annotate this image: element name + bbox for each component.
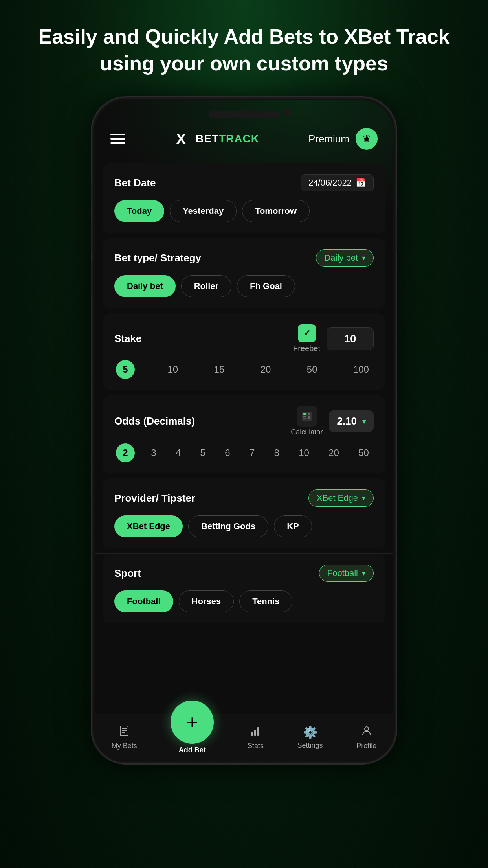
calculator-label: Calculator [291,428,323,436]
odds-dropdown[interactable]: 2.10 ▾ [329,410,374,432]
odds-6[interactable]: 6 [222,444,233,462]
tomorrow-button[interactable]: Tomorrow [242,200,310,222]
football-button[interactable]: Football [114,590,173,612]
svg-rect-5 [305,416,306,417]
svg-rect-3 [308,413,310,415]
stake-10[interactable]: 10 [164,361,181,378]
premium-label: Premium [308,133,349,145]
bet-type-value: Daily bet [324,253,358,263]
chevron-down-icon-4: ▾ [362,569,365,577]
provider-dropdown[interactable]: XBet Edge ▾ [308,489,374,507]
stake-50[interactable]: 50 [304,361,321,378]
odds-3[interactable]: 3 [148,444,159,462]
main-scroll[interactable]: Bet Date 24/06/2022 📅 Today Yesterday To… [95,163,393,714]
chevron-down-icon: ▾ [362,254,365,262]
stake-quick-row: 5 10 15 20 50 100 [114,360,374,379]
bet-date-section: Bet Date 24/06/2022 📅 Today Yesterday To… [103,163,385,233]
freebet-checkbox[interactable]: ✓ [298,324,316,342]
calendar-icon: 📅 [356,178,366,188]
phone-shell: X BET TRACK Premium ♛ Bet Date 24/06/202… [91,96,397,765]
yesterday-button[interactable]: Yesterday [170,200,237,222]
stake-5[interactable]: 5 [116,360,135,379]
date-button-row: Today Yesterday Tomorrow [114,200,374,222]
odds-50[interactable]: 50 [355,444,372,462]
odds-8[interactable]: 8 [271,444,283,462]
bet-date-label: Bet Date [114,177,156,189]
horses-button[interactable]: Horses [179,590,234,612]
phone-screen: X BET TRACK Premium ♛ Bet Date 24/06/202… [95,100,393,761]
odds-value: 2.10 [337,415,357,427]
today-button[interactable]: Today [114,200,164,222]
settings-icon: ⚙️ [303,725,317,739]
nav-my-bets[interactable]: My Bets [112,725,137,750]
kp-button[interactable]: KP [274,515,312,537]
xbet-edge-button[interactable]: XBet Edge [114,515,183,537]
header-text: Easily and Quickly Add Bets to XBet Trac… [0,0,488,96]
svg-rect-14 [251,732,253,736]
sport-dropdown[interactable]: Football ▾ [319,565,374,582]
sport-button-row: Football Horses Tennis [114,590,374,612]
fh-goal-button[interactable]: Fh Goal [237,275,295,297]
svg-rect-8 [305,418,306,419]
crown-button[interactable]: ♛ [356,128,378,150]
calculator-area: Calculator [291,406,323,436]
top-bar: X BET TRACK Premium ♛ [95,100,393,158]
stats-label: Stats [248,742,264,750]
bet-type-label: Bet type/ Strategy [114,252,201,264]
odds-2[interactable]: 2 [116,443,135,462]
stake-20[interactable]: 20 [257,361,274,378]
odds-7[interactable]: 7 [246,444,258,462]
betting-gods-button[interactable]: Betting Gods [188,515,268,537]
odds-5[interactable]: 5 [197,444,209,462]
nav-add-bet: + Add Bet [171,720,214,754]
my-bets-icon [118,725,130,739]
odds-quick-row: 2 3 4 5 6 7 8 10 20 50 [114,443,374,462]
odds-label: Odds (Decimals) [114,415,195,427]
provider-section: Provider/ Tipster XBet Edge ▾ XBet Edge … [103,478,385,548]
date-badge[interactable]: 24/06/2022 📅 [301,174,374,191]
calculator-button[interactable] [297,406,317,427]
roller-button[interactable]: Roller [181,275,231,297]
chevron-down-icon-3: ▾ [362,494,365,502]
nav-profile[interactable]: Profile [356,725,376,750]
premium-area: Premium ♛ [308,128,378,150]
odds-section: Odds (Decimals) [103,395,385,473]
odds-10[interactable]: 10 [295,444,312,462]
bet-type-button-row: Daily bet Roller Fh Goal [114,275,374,297]
svg-rect-16 [257,727,259,736]
svg-rect-15 [254,730,256,736]
stake-15[interactable]: 15 [211,361,228,378]
stake-100[interactable]: 100 [350,361,372,378]
add-bet-label: Add Bet [179,746,206,754]
sport-label: Sport [114,567,141,579]
svg-rect-2 [303,413,306,415]
svg-text:X: X [176,131,186,147]
stake-section: Stake ✓ Freebet 10 5 10 15 [103,313,385,390]
add-bet-button[interactable]: + [171,701,214,744]
daily-bet-button[interactable]: Daily bet [114,275,176,297]
provider-button-row: XBet Edge Betting Gods KP [114,515,374,537]
nav-stats[interactable]: Stats [248,725,264,750]
svg-rect-4 [303,416,305,417]
provider-value: XBet Edge [317,493,358,503]
my-bets-label: My Bets [112,742,137,750]
nav-settings[interactable]: ⚙️ Settings [297,725,323,750]
hamburger-menu[interactable] [110,134,125,144]
provider-label: Provider/ Tipster [114,492,195,504]
odds-20[interactable]: 20 [325,444,342,462]
bet-type-section: Bet type/ Strategy Daily bet ▾ Daily bet… [103,238,385,308]
chevron-down-icon-2: ▾ [362,417,366,426]
crown-icon: ♛ [362,133,371,144]
tennis-button[interactable]: Tennis [239,590,292,612]
stake-input[interactable]: 10 [327,327,374,350]
svg-rect-9 [308,416,310,419]
svg-point-17 [365,727,369,731]
stake-label: Stake [114,333,141,345]
bet-type-dropdown[interactable]: Daily bet ▾ [316,249,374,267]
svg-rect-7 [303,418,305,419]
odds-4[interactable]: 4 [172,444,184,462]
phone-notch [209,111,279,118]
app-logo: X BET TRACK [174,129,259,148]
freebet-label: Freebet [293,344,320,353]
sport-section: Sport Football ▾ Football Horses Tennis [103,554,385,623]
